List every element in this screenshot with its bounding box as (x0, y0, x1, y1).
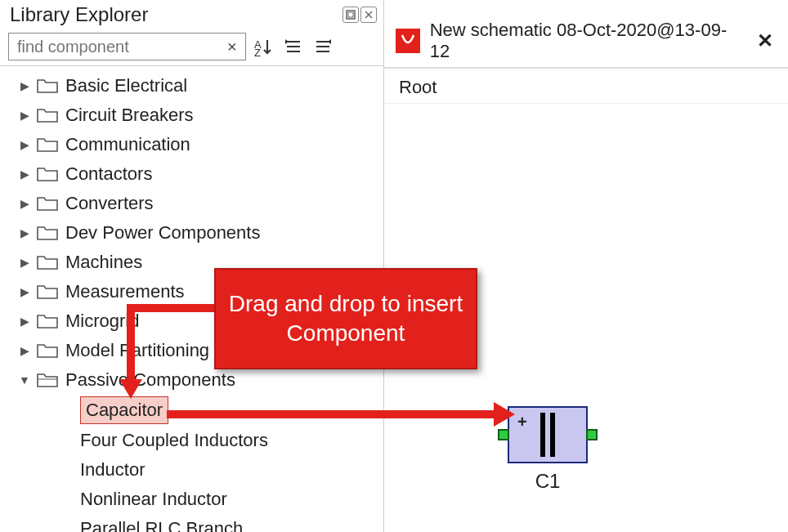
detach-panel-icon[interactable] (343, 7, 359, 23)
folder-icon (36, 192, 59, 215)
folder-icon (36, 251, 59, 274)
folder-icon (36, 280, 59, 303)
library-explorer-panel: Library Explorer × AZ ▶ Basic Ele (0, 0, 384, 532)
tree-label: Communication (65, 132, 190, 158)
tree-label: Passive Components (65, 367, 235, 393)
chevron-right-icon: ▶ (16, 308, 33, 334)
folder-icon (36, 74, 59, 97)
schematic-panel: New schematic 08-Oct-2020@13-09-12 ✕ Roo… (384, 0, 788, 532)
tree-item-inductor[interactable]: Inductor (0, 455, 383, 485)
expand-all-icon[interactable] (311, 35, 334, 58)
tree-item-label: Parallel RLC Branch (80, 516, 243, 532)
tree-label: Converters (65, 190, 154, 217)
breadcrumb[interactable]: Root (384, 72, 788, 104)
tree-label: Contactors (65, 161, 152, 187)
folder-icon (36, 104, 59, 127)
polarity-plus-icon: + (517, 413, 527, 431)
library-title: Library Explorer (10, 3, 343, 26)
component-label: C1 (499, 470, 597, 493)
tree-category-contactors[interactable]: ▶ Contactors (0, 159, 383, 189)
annotation-text: Drag and drop to insert Component (227, 289, 464, 349)
clear-search-icon[interactable]: × (226, 38, 239, 56)
folder-icon (36, 221, 59, 244)
port-left[interactable] (498, 429, 509, 440)
sort-icon[interactable]: AZ (253, 35, 275, 58)
tree-item-label: Four Coupled Inductors (80, 427, 268, 454)
annotation-callout: Drag and drop to insert Component (214, 268, 477, 369)
folder-icon (36, 163, 59, 186)
tree-label: Dev Power Components (65, 220, 260, 246)
tree-category-basic-electrical[interactable]: ▶ Basic Electrical (0, 71, 383, 101)
chevron-right-icon: ▶ (16, 279, 33, 305)
search-input-container: × (8, 33, 246, 60)
tree-item-nonlinear-inductor[interactable]: Nonlinear Inductor (0, 485, 383, 514)
tree-category-circuit-breakers[interactable]: ▶ Circuit Breakers (0, 101, 383, 130)
chevron-right-icon: ▶ (16, 338, 33, 364)
folder-open-icon (36, 369, 59, 391)
tree-label: Model Partitioning (65, 338, 209, 364)
collapse-all-icon[interactable] (282, 35, 305, 58)
folder-icon (36, 310, 59, 333)
chevron-right-icon: ▶ (16, 73, 33, 99)
tree-category-communication[interactable]: ▶ Communication (0, 130, 383, 159)
tree-item-label: Inductor (80, 457, 146, 483)
folder-icon (36, 339, 59, 362)
close-panel-icon[interactable] (360, 7, 377, 23)
annotation-arrow-down (127, 304, 135, 382)
svg-text:Z: Z (254, 47, 261, 56)
tab-title: New schematic 08-Oct-2020@13-09-12 (427, 20, 747, 62)
port-right[interactable] (586, 429, 598, 440)
svg-rect-1 (348, 12, 353, 17)
tree-item-four-coupled-inductors[interactable]: Four Coupled Inductors (0, 426, 383, 455)
folder-icon (36, 133, 59, 156)
tree-item-label: Capacitor (80, 396, 168, 424)
chevron-right-icon: ▶ (16, 161, 33, 187)
app-logo-icon (396, 29, 420, 53)
capacitor-symbol: + (508, 406, 588, 463)
tree-label: Circuit Breakers (65, 102, 193, 128)
chevron-right-icon: ▶ (16, 132, 33, 158)
chevron-right-icon: ▶ (16, 102, 33, 128)
chevron-right-icon: ▶ (16, 190, 33, 217)
tree-label: Basic Electrical (65, 73, 187, 99)
close-tab-icon[interactable]: ✕ (754, 29, 777, 52)
search-input[interactable] (16, 37, 226, 57)
chevron-right-icon: ▶ (16, 249, 33, 275)
tree-category-passive-components[interactable]: ▼ Passive Components (0, 365, 383, 395)
chevron-right-icon: ▶ (16, 220, 33, 246)
tree-category-dev-power[interactable]: ▶ Dev Power Components (0, 218, 383, 248)
tree-category-converters[interactable]: ▶ Converters (0, 189, 383, 218)
tree-item-parallel-rlc-branch[interactable]: Parallel RLC Branch (0, 514, 383, 532)
tree-label: Machines (65, 249, 142, 275)
tree-label: Measurements (65, 279, 185, 305)
annotation-arrow-right (167, 410, 497, 418)
schematic-tab[interactable]: New schematic 08-Oct-2020@13-09-12 ✕ (384, 0, 788, 69)
chevron-down-icon: ▼ (16, 367, 33, 393)
tree-item-label: Nonlinear Inductor (80, 486, 227, 512)
